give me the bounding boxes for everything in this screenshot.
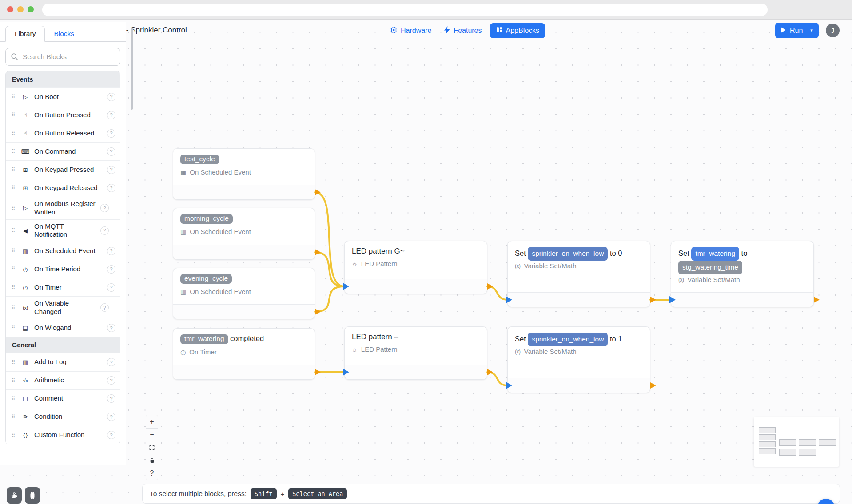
library-item-on-keypad-released[interactable]: ⠿ ⊞ On Keypad Released ?	[6, 179, 120, 197]
drag-handle-icon[interactable]: ⠿	[10, 227, 16, 234]
help-icon[interactable]: ?	[100, 303, 109, 312]
help-icon[interactable]: ?	[100, 226, 109, 235]
variable-icon: (x)	[20, 305, 30, 310]
drag-handle-icon[interactable]: ⠿	[10, 248, 16, 254]
drag-handle-icon[interactable]: ⠿	[10, 284, 16, 290]
library-item-on-scheduled-event[interactable]: ⠿ ▦ On Scheduled Event ?	[6, 242, 120, 260]
zoom-in-button[interactable]: +	[146, 415, 158, 428]
help-icon[interactable]: ?	[107, 283, 115, 292]
sidebar-scrollbar[interactable]	[131, 28, 133, 110]
canvas-help-button[interactable]: ?	[146, 467, 158, 480]
run-label: Run	[790, 27, 803, 35]
variable-badge: tmr_watering	[691, 247, 739, 261]
help-icon[interactable]: ?	[107, 265, 115, 274]
block-footer	[508, 292, 650, 307]
lock-canvas-button[interactable]	[146, 454, 158, 467]
drag-handle-icon[interactable]: ⠿	[10, 94, 16, 100]
library-item-comment[interactable]: ⠿ ▢ Comment ?	[6, 389, 120, 408]
library-item-on-boot[interactable]: ⠿ ▷ On Boot ?	[6, 87, 120, 106]
drag-handle-icon[interactable]: ⠿	[10, 266, 16, 272]
library-item-custom-function[interactable]: ⠿ { } Custom Function ?	[6, 426, 120, 444]
help-icon[interactable]: ?	[100, 204, 109, 212]
block-footer	[671, 292, 813, 307]
help-icon[interactable]: ?	[107, 129, 115, 138]
tab-blocks[interactable]: Blocks	[45, 26, 83, 41]
help-icon[interactable]: ?	[107, 93, 115, 101]
library-item-on-button-pressed[interactable]: ⠿ ☝ On Button Pressed ?	[6, 106, 120, 124]
close-window-button[interactable]	[7, 6, 13, 12]
block-tmr-watering-completed[interactable]: tmr_watering completed ◴On Timer	[173, 328, 315, 380]
variable-badge: sprinkler_on_when_low	[528, 247, 608, 261]
variable-badge: sprinkler_on_when_low	[528, 333, 608, 346]
block-morning-cycle[interactable]: morning_cycle ▦On Scheduled Event	[173, 208, 315, 260]
debug-bug-button[interactable]	[7, 487, 22, 504]
run-options-caret-icon[interactable]: ▾	[810, 28, 813, 33]
search-input[interactable]	[5, 48, 120, 66]
block-footer	[173, 245, 315, 259]
help-icon[interactable]: ?	[107, 431, 115, 439]
drag-handle-icon[interactable]: ⠿	[10, 130, 16, 136]
block-test-cycle[interactable]: test_cycle ▦On Scheduled Event	[173, 148, 315, 200]
help-icon[interactable]: ?	[107, 184, 115, 192]
block-evening-cycle[interactable]: evening_cycle ▦On Scheduled Event	[173, 268, 315, 319]
library-item-on-time-period[interactable]: ⠿ ◷ On Time Period ?	[6, 260, 120, 278]
library-item-add-to-log[interactable]: ⠿ ▥ Add to Log ?	[6, 353, 120, 371]
fit-view-button[interactable]	[146, 441, 158, 454]
drag-handle-icon[interactable]: ⠿	[10, 305, 16, 311]
help-icon[interactable]: ?	[107, 247, 115, 255]
library-item-arithmetic[interactable]: ⠿ √x Arithmetic ?	[6, 371, 120, 389]
drag-handle-icon[interactable]: ⠿	[10, 414, 16, 420]
library-item-on-timer[interactable]: ⠿ ◴ On Timer ?	[6, 278, 120, 296]
help-icon[interactable]: ?	[107, 394, 115, 403]
drag-handle-icon[interactable]: ⠿	[10, 396, 16, 402]
help-icon[interactable]: ?	[107, 413, 115, 421]
drag-handle-icon[interactable]: ⠿	[10, 377, 16, 384]
help-icon[interactable]: ?	[107, 166, 115, 174]
help-icon[interactable]: ?	[107, 111, 115, 119]
help-icon[interactable]: ?	[107, 358, 115, 366]
tab-features[interactable]: Features	[439, 23, 486, 39]
drag-handle-icon[interactable]: ⠿	[10, 432, 16, 438]
zoom-out-button[interactable]: −	[146, 428, 158, 441]
terminal-icon: ⌨	[20, 148, 30, 155]
library-item-on-mqtt-notification[interactable]: ⠿ ◀ On MQTT Notification ?	[6, 219, 120, 242]
minimap[interactable]	[754, 417, 839, 467]
drag-handle-icon[interactable]: ⠿	[10, 148, 16, 155]
tab-appblocks[interactable]: AppBlocks	[490, 23, 545, 38]
help-icon[interactable]: ?	[107, 147, 115, 156]
tab-library[interactable]: Library	[5, 26, 45, 42]
event-name-badge: morning_cycle	[180, 214, 233, 224]
search-icon	[11, 53, 18, 60]
drag-handle-icon[interactable]: ⠿	[10, 112, 16, 118]
library-item-on-keypad-pressed[interactable]: ⠿ ⊞ On Keypad Pressed ?	[6, 160, 120, 179]
drag-handle-icon[interactable]: ⠿	[10, 359, 16, 365]
help-icon[interactable]: ?	[107, 324, 115, 332]
device-chip-button[interactable]	[25, 487, 40, 504]
help-icon[interactable]: ?	[107, 376, 115, 385]
keypad-icon: ⊞	[20, 167, 30, 173]
zoom-window-button[interactable]	[28, 6, 34, 12]
block-set-sprinkler-1[interactable]: Set sprinkler_on_when_low to 1 (x)Variab…	[507, 326, 650, 393]
library-item-on-button-released[interactable]: ⠿ ☝ On Button Released ?	[6, 124, 120, 142]
minimize-window-button[interactable]	[17, 6, 24, 12]
drag-handle-icon[interactable]: ⠿	[10, 205, 16, 211]
drag-handle-icon[interactable]: ⠿	[10, 167, 16, 173]
library-item-on-modbus-register-written[interactable]: ⠿ ▷ On Modbus Register Written ?	[6, 197, 120, 219]
url-bar[interactable]	[42, 4, 768, 16]
tab-hardware[interactable]: Hardware	[386, 23, 436, 39]
drag-handle-icon[interactable]: ⠿	[10, 185, 16, 191]
avatar[interactable]: J	[826, 24, 840, 37]
block-led-pattern-g[interactable]: LED pattern G~ ☼LED Pattern	[344, 241, 487, 294]
block-led-pattern-dash[interactable]: LED pattern – ☼LED Pattern	[344, 326, 487, 380]
drag-handle-icon[interactable]: ⠿	[10, 325, 16, 331]
chip-icon	[390, 26, 398, 36]
library-item-on-variable-changed[interactable]: ⠿ (x) On Variable Changed ?	[6, 296, 120, 319]
block-set-sprinkler-0[interactable]: Set sprinkler_on_when_low to 0 (x)Variab…	[507, 241, 650, 307]
block-set-tmr-watering[interactable]: Set tmr_watering to stg_watering_time (x…	[671, 241, 814, 307]
library-item-on-command[interactable]: ⠿ ⌨ On Command ?	[6, 142, 120, 160]
sidebar-tabs: Library Blocks	[0, 22, 126, 42]
run-button[interactable]: Run ▾	[775, 23, 819, 38]
library-item-condition[interactable]: ⠿ ⋔ Condition ?	[6, 408, 120, 426]
library-item-on-wiegand[interactable]: ⠿ ▤ On Wiegand ?	[6, 319, 120, 337]
block-type-label: LED Pattern	[361, 260, 398, 267]
